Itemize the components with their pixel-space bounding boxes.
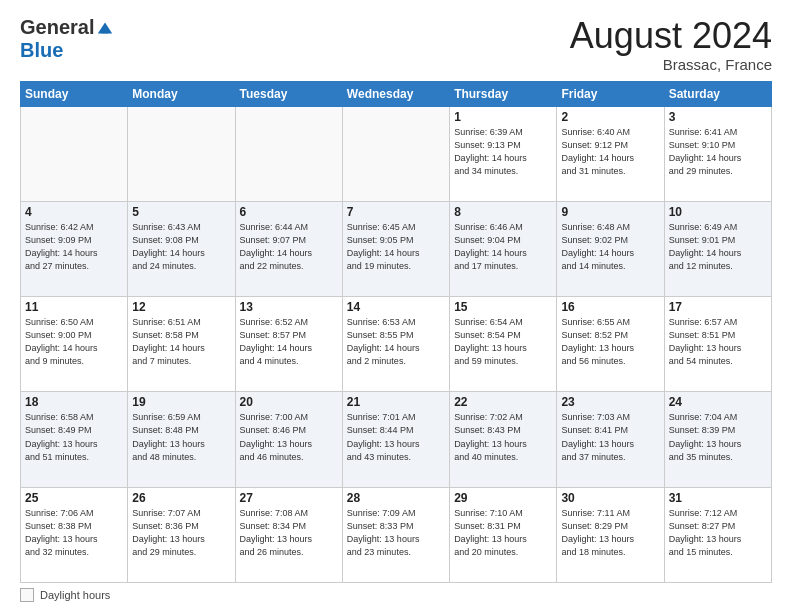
day-number: 12	[132, 300, 230, 314]
legend-box	[20, 588, 34, 602]
svg-marker-1	[102, 28, 109, 33]
day-info: Sunrise: 7:08 AM Sunset: 8:34 PM Dayligh…	[240, 507, 338, 559]
calendar-cell: 10Sunrise: 6:49 AM Sunset: 9:01 PM Dayli…	[664, 201, 771, 296]
day-info: Sunrise: 6:45 AM Sunset: 9:05 PM Dayligh…	[347, 221, 445, 273]
logo-text: General	[20, 16, 114, 39]
day-number: 3	[669, 110, 767, 124]
col-header-thursday: Thursday	[450, 81, 557, 106]
day-number: 26	[132, 491, 230, 505]
calendar-cell: 17Sunrise: 6:57 AM Sunset: 8:51 PM Dayli…	[664, 297, 771, 392]
calendar-cell: 24Sunrise: 7:04 AM Sunset: 8:39 PM Dayli…	[664, 392, 771, 487]
calendar-cell: 2Sunrise: 6:40 AM Sunset: 9:12 PM Daylig…	[557, 106, 664, 201]
day-number: 15	[454, 300, 552, 314]
day-info: Sunrise: 6:58 AM Sunset: 8:49 PM Dayligh…	[25, 411, 123, 463]
calendar-cell: 20Sunrise: 7:00 AM Sunset: 8:46 PM Dayli…	[235, 392, 342, 487]
logo-general: General	[20, 16, 94, 39]
calendar-cell: 7Sunrise: 6:45 AM Sunset: 9:05 PM Daylig…	[342, 201, 449, 296]
calendar-cell: 27Sunrise: 7:08 AM Sunset: 8:34 PM Dayli…	[235, 487, 342, 582]
day-number: 16	[561, 300, 659, 314]
calendar-cell	[21, 106, 128, 201]
day-info: Sunrise: 6:50 AM Sunset: 9:00 PM Dayligh…	[25, 316, 123, 368]
day-number: 20	[240, 395, 338, 409]
col-header-tuesday: Tuesday	[235, 81, 342, 106]
calendar-cell: 15Sunrise: 6:54 AM Sunset: 8:54 PM Dayli…	[450, 297, 557, 392]
day-number: 28	[347, 491, 445, 505]
day-info: Sunrise: 7:06 AM Sunset: 8:38 PM Dayligh…	[25, 507, 123, 559]
day-number: 18	[25, 395, 123, 409]
calendar-cell: 31Sunrise: 7:12 AM Sunset: 8:27 PM Dayli…	[664, 487, 771, 582]
calendar-cell: 16Sunrise: 6:55 AM Sunset: 8:52 PM Dayli…	[557, 297, 664, 392]
day-number: 6	[240, 205, 338, 219]
day-number: 29	[454, 491, 552, 505]
day-info: Sunrise: 7:09 AM Sunset: 8:33 PM Dayligh…	[347, 507, 445, 559]
calendar-cell: 14Sunrise: 6:53 AM Sunset: 8:55 PM Dayli…	[342, 297, 449, 392]
calendar-cell	[235, 106, 342, 201]
day-info: Sunrise: 7:04 AM Sunset: 8:39 PM Dayligh…	[669, 411, 767, 463]
day-info: Sunrise: 6:40 AM Sunset: 9:12 PM Dayligh…	[561, 126, 659, 178]
calendar-cell: 21Sunrise: 7:01 AM Sunset: 8:44 PM Dayli…	[342, 392, 449, 487]
day-number: 19	[132, 395, 230, 409]
day-number: 2	[561, 110, 659, 124]
day-number: 21	[347, 395, 445, 409]
col-header-sunday: Sunday	[21, 81, 128, 106]
calendar-cell: 28Sunrise: 7:09 AM Sunset: 8:33 PM Dayli…	[342, 487, 449, 582]
calendar-cell: 4Sunrise: 6:42 AM Sunset: 9:09 PM Daylig…	[21, 201, 128, 296]
day-info: Sunrise: 7:03 AM Sunset: 8:41 PM Dayligh…	[561, 411, 659, 463]
day-info: Sunrise: 6:57 AM Sunset: 8:51 PM Dayligh…	[669, 316, 767, 368]
legend-label: Daylight hours	[40, 589, 110, 601]
day-info: Sunrise: 7:01 AM Sunset: 8:44 PM Dayligh…	[347, 411, 445, 463]
calendar-cell: 26Sunrise: 7:07 AM Sunset: 8:36 PM Dayli…	[128, 487, 235, 582]
day-number: 24	[669, 395, 767, 409]
calendar-cell	[342, 106, 449, 201]
header: General Blue August 2024 Brassac, France	[20, 16, 772, 73]
logo-blue: Blue	[20, 39, 63, 62]
calendar-week-4: 25Sunrise: 7:06 AM Sunset: 8:38 PM Dayli…	[21, 487, 772, 582]
day-info: Sunrise: 6:52 AM Sunset: 8:57 PM Dayligh…	[240, 316, 338, 368]
calendar-cell	[128, 106, 235, 201]
calendar-cell: 25Sunrise: 7:06 AM Sunset: 8:38 PM Dayli…	[21, 487, 128, 582]
day-info: Sunrise: 7:02 AM Sunset: 8:43 PM Dayligh…	[454, 411, 552, 463]
page: General Blue August 2024 Brassac, France…	[0, 0, 792, 612]
day-info: Sunrise: 6:42 AM Sunset: 9:09 PM Dayligh…	[25, 221, 123, 273]
day-info: Sunrise: 6:43 AM Sunset: 9:08 PM Dayligh…	[132, 221, 230, 273]
location: Brassac, France	[570, 56, 772, 73]
day-number: 23	[561, 395, 659, 409]
day-info: Sunrise: 7:07 AM Sunset: 8:36 PM Dayligh…	[132, 507, 230, 559]
calendar-cell: 29Sunrise: 7:10 AM Sunset: 8:31 PM Dayli…	[450, 487, 557, 582]
calendar-cell: 13Sunrise: 6:52 AM Sunset: 8:57 PM Dayli…	[235, 297, 342, 392]
day-info: Sunrise: 6:53 AM Sunset: 8:55 PM Dayligh…	[347, 316, 445, 368]
day-number: 9	[561, 205, 659, 219]
day-info: Sunrise: 6:49 AM Sunset: 9:01 PM Dayligh…	[669, 221, 767, 273]
calendar-cell: 18Sunrise: 6:58 AM Sunset: 8:49 PM Dayli…	[21, 392, 128, 487]
day-info: Sunrise: 7:00 AM Sunset: 8:46 PM Dayligh…	[240, 411, 338, 463]
day-info: Sunrise: 6:44 AM Sunset: 9:07 PM Dayligh…	[240, 221, 338, 273]
day-number: 22	[454, 395, 552, 409]
calendar-cell: 19Sunrise: 6:59 AM Sunset: 8:48 PM Dayli…	[128, 392, 235, 487]
day-number: 11	[25, 300, 123, 314]
logo: General Blue	[20, 16, 114, 62]
calendar-header-row: SundayMondayTuesdayWednesdayThursdayFrid…	[21, 81, 772, 106]
day-number: 31	[669, 491, 767, 505]
day-number: 7	[347, 205, 445, 219]
calendar-cell: 30Sunrise: 7:11 AM Sunset: 8:29 PM Dayli…	[557, 487, 664, 582]
calendar-cell: 6Sunrise: 6:44 AM Sunset: 9:07 PM Daylig…	[235, 201, 342, 296]
day-info: Sunrise: 6:55 AM Sunset: 8:52 PM Dayligh…	[561, 316, 659, 368]
day-number: 10	[669, 205, 767, 219]
day-info: Sunrise: 6:48 AM Sunset: 9:02 PM Dayligh…	[561, 221, 659, 273]
day-number: 8	[454, 205, 552, 219]
calendar-cell: 5Sunrise: 6:43 AM Sunset: 9:08 PM Daylig…	[128, 201, 235, 296]
day-info: Sunrise: 6:41 AM Sunset: 9:10 PM Dayligh…	[669, 126, 767, 178]
day-info: Sunrise: 7:10 AM Sunset: 8:31 PM Dayligh…	[454, 507, 552, 559]
col-header-monday: Monday	[128, 81, 235, 106]
day-number: 5	[132, 205, 230, 219]
calendar-cell: 1Sunrise: 6:39 AM Sunset: 9:13 PM Daylig…	[450, 106, 557, 201]
day-number: 13	[240, 300, 338, 314]
day-info: Sunrise: 6:46 AM Sunset: 9:04 PM Dayligh…	[454, 221, 552, 273]
calendar-week-3: 18Sunrise: 6:58 AM Sunset: 8:49 PM Dayli…	[21, 392, 772, 487]
month-year: August 2024	[570, 16, 772, 56]
calendar-cell: 3Sunrise: 6:41 AM Sunset: 9:10 PM Daylig…	[664, 106, 771, 201]
col-header-saturday: Saturday	[664, 81, 771, 106]
calendar-cell: 22Sunrise: 7:02 AM Sunset: 8:43 PM Dayli…	[450, 392, 557, 487]
day-info: Sunrise: 6:51 AM Sunset: 8:58 PM Dayligh…	[132, 316, 230, 368]
day-info: Sunrise: 6:54 AM Sunset: 8:54 PM Dayligh…	[454, 316, 552, 368]
